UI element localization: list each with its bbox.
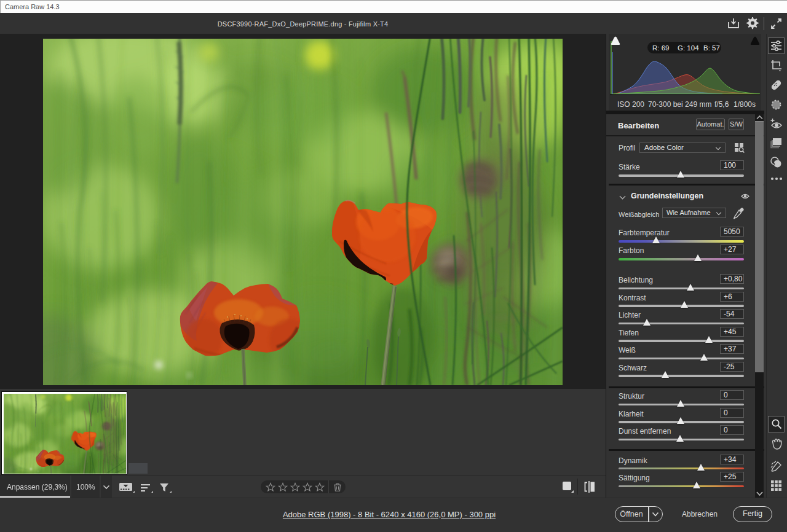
- svg-text:ISO 200: ISO 200: [617, 100, 644, 109]
- svg-text:G: 104: G: 104: [678, 44, 699, 52]
- svg-text:R: 69: R: 69: [652, 44, 670, 52]
- svg-text:70-300 bei 249 mm: 70-300 bei 249 mm: [648, 100, 711, 109]
- svg-text:f/5,6: f/5,6: [714, 100, 729, 109]
- svg-text:B: 57: B: 57: [703, 44, 720, 52]
- svg-text:1/800s: 1/800s: [734, 100, 756, 109]
